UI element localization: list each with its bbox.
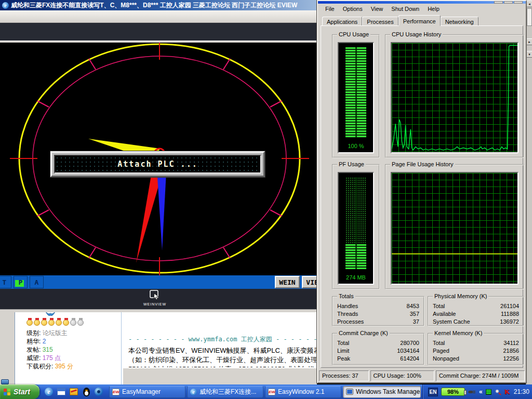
pf-usage-group: PF Usage 274 MB — [332, 164, 380, 289]
browser-toolbar — [0, 10, 317, 23]
hmi-clock-screen: Attach PLC ... — [0, 43, 317, 275]
task-manager-window: File Options View Shut Down Help Applica… — [317, 0, 527, 383]
start-button[interactable]: Start — [0, 384, 39, 399]
mail-quicklaunch-icon[interactable] — [56, 386, 66, 397]
stat-row: Total280700 — [337, 339, 419, 347]
gray-medal-icon — [77, 320, 84, 326]
easywindow-bottom-band: WEINVIEW — [0, 289, 317, 309]
menu-shutdown[interactable]: Shut Down — [387, 5, 423, 13]
status-processes: Processes: 37 — [319, 370, 369, 381]
stat-row: Nonpaged12256 — [433, 355, 519, 363]
tray-clock[interactable]: 21:30 — [514, 388, 529, 395]
cpu-history-graph — [391, 42, 518, 153]
battery-indicator[interactable]: 98% — [441, 388, 465, 396]
scrollbar-thumb[interactable] — [527, 8, 532, 26]
start-label: Start — [14, 388, 30, 396]
attach-plc-message: Attach PLC ... — [117, 159, 197, 169]
medal-row — [26, 320, 84, 326]
menu-view[interactable]: View — [367, 5, 388, 13]
stat-row: Threads357 — [337, 310, 419, 318]
pf-history-label: Page File Usage History — [390, 161, 455, 167]
cpu-usage-meter: 100 % — [338, 42, 374, 153]
stat-row: Paged21856 — [433, 347, 519, 355]
signature-line: 本公司专业销售EV、WEINVIEW触摸屏、科威PLC、康沃变频器、日本高 — [128, 346, 315, 355]
stat-row: 威望: 175 点 — [26, 354, 73, 362]
stat-row: System Cache136972 — [433, 318, 519, 326]
taskbar: Start e EW EasyManager e 威纶和三菱FX连接... EW… — [0, 384, 532, 399]
pf-usage-value: 274 MB — [339, 274, 373, 281]
commit-charge-group: Commit Charge (K) Total280700 Limit10341… — [332, 333, 424, 365]
forum-content: 级别: 论坛版主 精华: 2 发帖: 315 威望: 175 点 下载积分: 3… — [0, 312, 317, 384]
taskbar-item-easymanager[interactable]: EW EasyManager — [109, 386, 185, 398]
hmi-button-p[interactable]: P — [14, 276, 28, 288]
browser-window: e 威纶和三菱FX连接不能直接读写T、C、M8***、D8*** 工控人家园 三… — [0, 0, 317, 384]
status-commit-charge: Commit Charge: 274M / 1009M — [436, 370, 525, 381]
menu-options[interactable]: Options — [339, 5, 367, 13]
hmi-toolbar: T P A WEIN VIEW — [0, 275, 317, 289]
signature-line: （如：纺织印染、环保化工、干燥行业、超声波行业、表面处理行业、照 — [128, 355, 315, 365]
wein-button[interactable]: WEIN — [275, 276, 300, 288]
bird-icon — [45, 312, 56, 317]
ac-power-icon[interactable] — [468, 389, 476, 395]
forum-user-stats: 级别: 论坛版主 精华: 2 发帖: 315 威望: 175 点 下载积分: 3… — [26, 329, 73, 370]
ie-quicklaunch-icon[interactable]: e — [44, 386, 54, 397]
antivirus-tray-icon[interactable]: K — [504, 388, 510, 396]
hmi-button-a[interactable]: A — [30, 276, 44, 288]
gold-medal-icon — [48, 320, 55, 326]
gold-medal-icon — [26, 320, 33, 326]
gold-medal-icon — [56, 320, 62, 326]
performance-page: CPU Usage 100 % CPU Usage History PF Usa… — [321, 25, 523, 368]
totals-group: Totals Handles8453 Threads357 Processes3… — [332, 296, 424, 326]
tab-processes[interactable]: Processes — [362, 17, 398, 26]
pf-usage-label: PF Usage — [337, 161, 366, 167]
ie-icon: e — [190, 389, 197, 395]
menu-file[interactable]: File — [321, 5, 339, 13]
tab-performance[interactable]: Performance — [398, 15, 441, 26]
easywindow-top-band — [0, 23, 317, 41]
pf-history-graph — [391, 172, 518, 285]
browser-title: 威纶和三菱FX连接不能直接读写T、C、M8***、D8*** 工控人家园 三菱工… — [11, 1, 297, 10]
stat-row: Available111888 — [433, 310, 519, 318]
taskman-menubar: File Options View Shut Down Help — [318, 4, 526, 14]
desktop-quicklaunch-icon[interactable] — [69, 386, 79, 397]
desktop-icon — [1, 379, 9, 384]
collapse-tray-icon[interactable]: « — [479, 388, 483, 395]
gold-medal-icon — [63, 320, 69, 326]
column-divider — [121, 312, 122, 384]
kernel-memory-label: Kernel Memory (K) — [433, 330, 484, 336]
quick-launch: e — [44, 386, 104, 397]
commit-charge-label: Commit Charge (K) — [337, 330, 390, 336]
kernel-memory-group: Kernel Memory (K) Total34112 Paged21856 … — [428, 333, 524, 365]
menu-help[interactable]: Help — [423, 5, 444, 13]
scroll-right-icon[interactable]: ▸ — [526, 38, 532, 45]
taskbar-item-easywindow[interactable]: EW EasyWindow 2.1 — [265, 386, 341, 398]
totals-label: Totals — [337, 293, 355, 299]
stat-row: Processes37 — [337, 318, 419, 326]
tab-applications[interactable]: Applications — [322, 17, 362, 26]
stat-row: Total34112 — [433, 339, 519, 347]
gutter — [0, 312, 15, 384]
taskman-tabs: Applications Processes Performance Netwo… — [322, 15, 478, 26]
media-quicklaunch-icon[interactable] — [94, 386, 104, 397]
attach-plc-message-box: Attach PLC ... — [50, 151, 265, 177]
scroll-up-icon[interactable]: ◂ — [526, 1, 532, 7]
tab-networking[interactable]: Networking — [441, 17, 478, 26]
taskbar-item-task-manager[interactable]: Windows Task Manager — [343, 386, 421, 398]
cpu-usage-label: CPU Usage — [337, 31, 370, 37]
language-indicator[interactable]: EN — [428, 388, 438, 396]
weinview-label: WEINVIEW — [140, 302, 169, 306]
taskman-tray-icon[interactable] — [486, 389, 491, 395]
status-cpu-usage: CPU Usage: 100% — [370, 370, 434, 381]
physical-memory-label: Physical Memory (K) — [433, 293, 488, 299]
hmi-button-t[interactable]: T — [0, 276, 11, 288]
cpu-usage-value: 100 % — [339, 143, 373, 149]
scroll-down-icon[interactable]: ▾ — [526, 51, 532, 58]
search-tray-icon[interactable] — [495, 389, 501, 395]
taskbar-item-browser[interactable]: e 威纶和三菱FX连接... — [187, 386, 263, 398]
browser-titlebar: e 威纶和三菱FX连接不能直接读写T、C、M8***、D8*** 工控人家园 三… — [0, 0, 317, 10]
stat-row: 发帖: 315 — [26, 345, 73, 354]
ie-icon: e — [2, 2, 9, 9]
qq-quicklaunch-icon[interactable] — [81, 386, 91, 397]
cpu-history-label: CPU Usage History — [390, 31, 443, 37]
gray-medal-icon — [70, 320, 76, 326]
